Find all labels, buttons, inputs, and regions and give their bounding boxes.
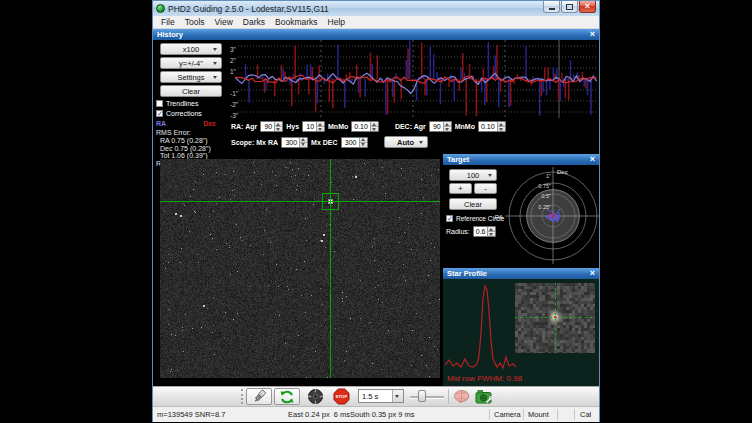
hys-value: 10 <box>303 122 316 131</box>
graph-legend: RA Dec <box>153 120 229 127</box>
guide-button[interactable] <box>303 388 327 405</box>
target-zoom-out-button[interactable]: - <box>474 183 497 194</box>
maximize-button[interactable] <box>561 1 578 13</box>
spin-down-icon[interactable] <box>498 126 505 131</box>
minimize-button[interactable] <box>543 1 560 13</box>
y-axis-label: 1" <box>230 68 237 75</box>
ra-agr-spinner[interactable]: 90 <box>260 121 283 132</box>
corrections-checkbox[interactable]: ✓ Corrections <box>156 110 229 117</box>
trendlines-checkbox[interactable]: Trendlines <box>156 100 229 107</box>
target-clear-button[interactable]: Clear <box>449 198 497 210</box>
checkbox-checked[interactable]: ✓ <box>446 215 453 222</box>
close-button[interactable]: × <box>579 1 596 13</box>
fwhm-text: Mid row FWHM: 0.98 <box>447 374 522 383</box>
spin-down-icon[interactable] <box>488 231 495 236</box>
mx-dec-spinner[interactable]: 300 <box>341 137 368 148</box>
camera-settings-button[interactable] <box>473 388 495 405</box>
target-zoom-in-button[interactable]: + <box>449 183 472 194</box>
spin-down-icon[interactable] <box>360 142 367 147</box>
minus-icon: - <box>484 184 487 193</box>
window-title: PHD2 Guiding 2.5.0 - Lodestar,SV115,G11 <box>168 4 329 14</box>
reference-circle-checkbox[interactable]: ✓ Reference Circle <box>446 215 507 222</box>
target-close-icon[interactable]: × <box>590 155 595 164</box>
loop-exposures-button[interactable] <box>274 388 300 405</box>
spin-down-icon[interactable] <box>371 126 378 131</box>
slider-track[interactable] <box>410 396 444 398</box>
spin-down-icon[interactable] <box>444 126 451 131</box>
menu-item-file[interactable]: File <box>156 17 180 27</box>
yrange-dropdown[interactable]: y=+/-4" <box>160 57 222 69</box>
star-thumbnail-image <box>515 283 595 353</box>
slider-thumb[interactable] <box>418 390 426 402</box>
menubar: File Tools View Darks Bookmarks Help <box>153 16 599 29</box>
mx-ra-spinner[interactable]: 300 <box>281 137 308 148</box>
ring-label: 0.5" <box>541 193 551 199</box>
stop-button[interactable]: STOP <box>329 388 353 405</box>
spin-down-icon[interactable] <box>317 126 324 131</box>
exposure-slider[interactable] <box>410 387 444 406</box>
status-mount: Mount <box>528 410 549 419</box>
ring-label: 0.25" <box>538 204 551 210</box>
menu-item-tools[interactable]: Tools <box>180 17 210 27</box>
spin-down-icon[interactable] <box>275 126 282 131</box>
combo-arrow-button[interactable] <box>392 390 403 402</box>
ra-legend: RA <box>156 120 166 127</box>
y-axis-label: -1" <box>230 90 239 97</box>
dec-mode-dropdown[interactable]: Auto <box>384 136 428 148</box>
scale-dropdown[interactable]: x100 <box>160 43 222 55</box>
advanced-settings-button[interactable] <box>451 388 473 405</box>
star-profile-header: Star Profile × <box>443 268 599 279</box>
exposure-select[interactable]: 1.5 s <box>358 389 404 403</box>
mx-dec-value: 300 <box>342 138 359 147</box>
menu-item-help[interactable]: Help <box>323 17 350 27</box>
statusbar-separator <box>523 409 524 420</box>
dec-mode-value: Auto <box>397 138 414 147</box>
checkbox-unchecked[interactable] <box>156 100 163 107</box>
star-profile-close-icon[interactable]: × <box>590 269 595 278</box>
titlebar: PHD2 Guiding 2.5.0 - Lodestar,SV115,G11 … <box>153 1 599 16</box>
y-axis-label: 2" <box>230 57 237 64</box>
ra-agr-label: RA: Agr <box>231 123 257 130</box>
radius-label: Radius: <box>446 228 470 235</box>
history-close-icon[interactable]: × <box>590 30 595 39</box>
guide-target-icon <box>307 388 324 405</box>
star-profile-title: Star Profile <box>447 269 487 278</box>
yrange-dropdown-value: y=+/-4" <box>179 59 203 68</box>
toolbar-separator <box>448 389 449 404</box>
radius-spinner[interactable]: 0.6 <box>473 226 497 237</box>
dec-agr-spinner[interactable]: 90 <box>429 121 452 132</box>
corrections-label: Corrections <box>166 110 202 117</box>
statusbar-separator <box>557 409 558 420</box>
chevron-down-icon <box>395 395 399 398</box>
star-profile-panel: Star Profile × Mid row FWHM: 0.98 <box>443 268 599 386</box>
target-panel-title: Target <box>447 155 469 164</box>
mx-ra-value: 300 <box>282 138 299 147</box>
connect-equipment-button[interactable] <box>246 388 272 405</box>
reference-circle-label: Reference Circle <box>456 215 504 222</box>
target-zoom-dropdown[interactable]: 100 <box>449 169 497 181</box>
target-clear-label: Clear <box>464 200 482 209</box>
history-panel-title: History <box>157 30 183 39</box>
status-east-correction: East 0.24 px 6 ms <box>288 410 350 419</box>
ra-mnmo-spinner[interactable]: 0.10 <box>351 121 379 132</box>
exposure-value: 1.5 s <box>359 392 392 401</box>
mx-dec-label: Mx DEC <box>311 139 337 146</box>
statusbar: m=139549 SNR=8.7 East 0.24 px 6 ms South… <box>153 406 599 422</box>
ra-mnmo-label: MnMo <box>328 123 348 130</box>
dec-mnmo-value: 0.10 <box>479 122 497 131</box>
profile-plot <box>445 281 517 383</box>
hys-spinner[interactable]: 10 <box>302 121 325 132</box>
history-panel: History × x100 y=+/-4" Settings Clear Tr… <box>153 29 599 155</box>
ra-agr-value: 90 <box>261 122 274 131</box>
spin-down-icon[interactable] <box>300 142 307 147</box>
menu-item-view[interactable]: View <box>210 17 238 27</box>
settings-dropdown[interactable]: Settings <box>160 71 222 83</box>
settings-dropdown-value: Settings <box>177 73 204 82</box>
history-clear-button[interactable]: Clear <box>160 85 222 97</box>
menu-item-darks[interactable]: Darks <box>238 17 270 27</box>
menu-item-bookmarks[interactable]: Bookmarks <box>270 17 323 27</box>
checkbox-checked[interactable]: ✓ <box>156 110 163 117</box>
guide-camera-image[interactable] <box>160 159 440 378</box>
dec-mnmo-spinner[interactable]: 0.10 <box>478 121 506 132</box>
y-axis-label: -2" <box>230 101 239 108</box>
